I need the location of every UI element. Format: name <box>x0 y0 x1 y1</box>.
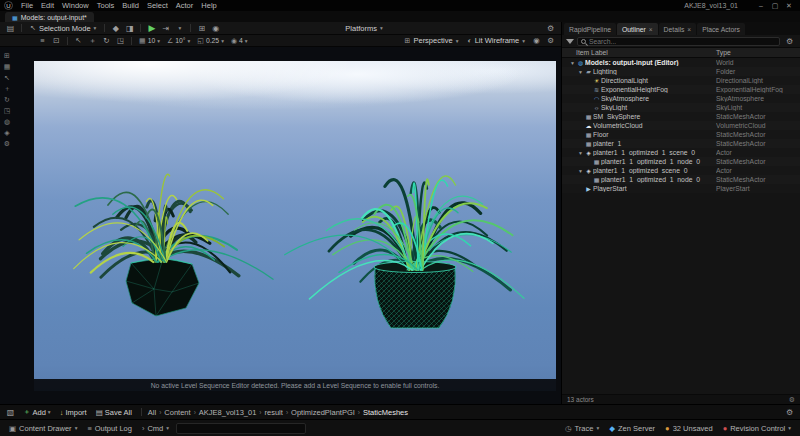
expand-chevron-icon[interactable]: ▼ <box>577 69 584 75</box>
minimize-icon[interactable]: – <box>754 2 768 9</box>
revision-control-button[interactable]: ●Revision Control▾ <box>719 424 795 433</box>
output-log-button[interactable]: ≡Output Log <box>83 424 136 433</box>
settings-gear-icon[interactable]: ⚙ <box>544 23 557 34</box>
rotate-tool-icon[interactable]: ↻ <box>100 36 113 46</box>
side-toolbar-icon[interactable]: ◈ <box>1 128 13 138</box>
close-tab-icon[interactable]: × <box>687 26 691 33</box>
tab-details[interactable]: Details× <box>659 23 697 35</box>
platforms-dropdown[interactable]: Platforms ▾ <box>341 23 386 34</box>
move-tool-icon[interactable]: ＋ <box>86 36 99 46</box>
outliner-row[interactable]: ▦FloorStaticMeshActor <box>562 130 800 139</box>
tab-models-output-input[interactable]: ▦ Models: output-input* <box>5 12 94 22</box>
unsaved-count[interactable]: ●32 Unsaved <box>661 424 717 433</box>
side-toolbar-icon[interactable]: ⚙ <box>1 139 13 149</box>
selection-mode-dropdown[interactable]: ↖ Selection Mode ▾ <box>26 23 100 34</box>
outliner-row[interactable]: ▦planter1_1_optimized_1_node_0StaticMesh… <box>562 175 800 184</box>
cmd-button[interactable]: ›Cmd▾ <box>138 424 173 433</box>
tab-rapidpipeline[interactable]: RapidPipeline <box>564 23 616 35</box>
play-options-chevron-icon[interactable]: ▾ <box>173 23 186 34</box>
maximize-icon[interactable]: ▢ <box>768 2 782 10</box>
level-viewport[interactable]: No active Level Sequence Editor detected… <box>0 47 561 404</box>
expand-chevron-icon[interactable]: ▼ <box>577 168 584 174</box>
menu-build[interactable]: Build <box>118 1 143 10</box>
expand-chevron-icon[interactable]: ▼ <box>569 60 576 66</box>
side-toolbar-icon[interactable]: ▦ <box>1 62 13 72</box>
menu-help[interactable]: Help <box>197 1 220 10</box>
outliner-row[interactable]: ▦planter1_1_optimized_1_node_0StaticMesh… <box>562 157 800 166</box>
outliner-row[interactable]: ▼▰LightingFolder <box>562 67 800 76</box>
search-input[interactable] <box>589 38 776 45</box>
content-drawer-button[interactable]: ▣Content Drawer▾ <box>5 424 81 433</box>
content-settings-gear-icon[interactable]: ⚙ <box>783 407 796 418</box>
play-button[interactable]: ▶ <box>145 23 158 34</box>
zen-server-status[interactable]: ◆Zen Server <box>605 424 659 433</box>
console-command-input[interactable] <box>176 423 306 434</box>
outliner-row[interactable]: ▼◈planter1_1_optimized_scene_0Actor <box>562 166 800 175</box>
type-column-header[interactable]: Type <box>716 49 800 56</box>
view-mode-dropdown[interactable]: ◐ Lit Wireframe ▾ <box>463 35 529 46</box>
actor-type: DirectionalLight <box>716 77 800 84</box>
tab-outliner[interactable]: Outliner× <box>617 23 658 35</box>
cinematics-icon[interactable]: ◨ <box>123 23 136 34</box>
filter-funnel-icon[interactable] <box>566 39 574 44</box>
side-toolbar-icon[interactable]: ◳ <box>1 106 13 116</box>
close-tab-icon[interactable]: × <box>649 26 653 33</box>
outliner-row[interactable]: ▶PlayerStartPlayerStart <box>562 184 800 193</box>
outliner-settings-gear-icon[interactable]: ⚙ <box>783 36 796 47</box>
item-label-column-header[interactable]: Item Label <box>576 49 608 56</box>
breadcrumb-item[interactable]: AKJE8_vol13_01 <box>198 408 258 417</box>
close-icon[interactable]: ✕ <box>782 2 796 10</box>
perspective-dropdown[interactable]: ⊞ Perspective ▾ <box>401 35 463 46</box>
breadcrumb-item[interactable]: result <box>264 408 284 417</box>
outliner-row[interactable]: ▦SM_SkySphereStaticMeshActor <box>562 112 800 121</box>
side-toolbar-icon[interactable]: ↖ <box>1 73 13 83</box>
import-button[interactable]: ↓Import <box>56 406 91 418</box>
outliner-search-box[interactable] <box>577 37 780 46</box>
eye-icon[interactable]: ◉ <box>209 23 222 34</box>
unreal-logo-icon[interactable]: U <box>4 1 13 10</box>
breadcrumb-item[interactable]: Content <box>163 408 191 417</box>
menu-window[interactable]: Window <box>58 1 93 10</box>
outliner-row[interactable]: ≋ExponentialHeightFogExponentialHeightFo… <box>562 85 800 94</box>
content-browser-icon[interactable]: ▧ <box>4 407 17 418</box>
menu-select[interactable]: Select <box>143 1 172 10</box>
side-toolbar-icon[interactable]: ↻ <box>1 95 13 105</box>
blueprints-icon[interactable]: ◆ <box>109 23 122 34</box>
save-all-button[interactable]: ▤Save All <box>92 406 136 418</box>
breadcrumb-item[interactable]: StaticMeshes <box>362 408 409 417</box>
trace-button[interactable]: ◷Trace▾ <box>561 424 603 433</box>
outliner-row[interactable]: ☀DirectionalLightDirectionalLight <box>562 76 800 85</box>
side-toolbar-icon[interactable]: ◍ <box>1 117 13 127</box>
breadcrumb-item[interactable]: OptimizedPlantPGI <box>290 408 356 417</box>
maximize-viewport-icon[interactable]: ⊡ <box>50 36 63 46</box>
grid-snap-control[interactable]: ▦10▾ <box>136 36 163 46</box>
menu-actor[interactable]: Actor <box>172 1 198 10</box>
outliner-row[interactable]: ☼SkyLightSkyLight <box>562 103 800 112</box>
menu-file[interactable]: File <box>17 1 37 10</box>
menu-edit[interactable]: Edit <box>37 1 58 10</box>
save-icon[interactable]: ▤ <box>4 23 17 34</box>
side-toolbar-icon[interactable]: ⊞ <box>1 51 13 61</box>
expand-chevron-icon[interactable]: ▼ <box>577 150 584 156</box>
tab-place-actors[interactable]: Place Actors <box>697 23 745 35</box>
side-toolbar-icon[interactable]: ＋ <box>1 84 13 94</box>
rotation-snap-control[interactable]: ∠10°▾ <box>164 36 193 46</box>
camera-speed-control[interactable]: ◉4▾ <box>228 36 251 46</box>
grid-icon[interactable]: ⊞ <box>195 23 208 34</box>
outliner-row[interactable]: ▼◈planter1_1_optimized_1_scene_0Actor <box>562 148 800 157</box>
breadcrumb-item[interactable]: All <box>147 408 157 417</box>
menu-tools[interactable]: Tools <box>93 1 119 10</box>
outliner-view-options-gear-icon[interactable]: ⚙ <box>789 396 795 404</box>
select-tool-icon[interactable]: ↖ <box>72 36 85 46</box>
outliner-row[interactable]: ▦planter_1StaticMeshActor <box>562 139 800 148</box>
viewport-settings-gear-icon[interactable]: ⚙ <box>544 36 557 46</box>
skip-frame-icon[interactable]: ⇥ <box>159 23 172 34</box>
scale-snap-control[interactable]: ◱0.25▾ <box>194 36 227 46</box>
outliner-row[interactable]: ☁VolumetricCloudVolumetricCloud <box>562 121 800 130</box>
scale-tool-icon[interactable]: ◳ <box>114 36 127 46</box>
add-button[interactable]: ＋Add▾ <box>19 406 55 418</box>
outliner-row[interactable]: ▼◍Models: output-input (Editor)World <box>562 58 800 67</box>
outliner-row[interactable]: ◠SkyAtmosphereSkyAtmosphere <box>562 94 800 103</box>
viewport-menu-icon[interactable]: ≡ <box>36 36 49 46</box>
show-flags-eye-icon[interactable]: ◉ <box>530 36 543 46</box>
